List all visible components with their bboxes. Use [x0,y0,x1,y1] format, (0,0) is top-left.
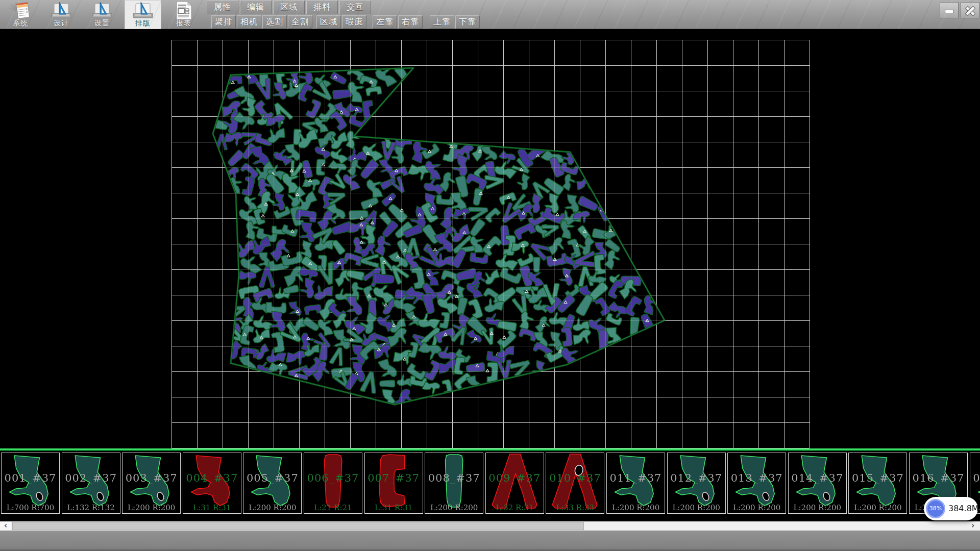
thumbnail-cell-002_#37[interactable]: 002_#37 L:132 R:132 [62,453,120,514]
piece-preview-canvas [425,453,483,512]
set-square-icon [50,1,72,20]
piece-preview-canvas [607,453,665,512]
tool-region[interactable]: 区域 [316,15,341,29]
menu-properties[interactable]: 属性 [207,1,238,14]
thumbnail-cell-013_#37[interactable]: 013_#37 L:200 R:200 [727,453,786,514]
thumbnail-cell-014_#37[interactable]: 014_#37 L:200 R:200 [788,453,847,514]
report-document-icon [173,1,195,20]
chevron-right-icon[interactable]: › [966,521,980,531]
scrollbar-thumb[interactable] [12,522,584,530]
thumbnail-cell-008_#37[interactable]: 008_#37 L:200 R:200 [425,453,483,514]
tool-align-right[interactable]: 右靠 [398,15,423,29]
memory-size-text: 384.8M [948,497,979,520]
piece-thumbnail-strip: 001_#37 L:700 R:700 002_#37 L:132 R:132 … [0,451,980,515]
piece-preview-canvas [365,453,423,512]
menu-edit[interactable]: 编辑 [240,1,272,14]
tab-nesting[interactable]: 排版 [125,0,161,29]
thumbnail-cell-015_#37[interactable]: 015_#37 L:200 R:200 [848,453,907,514]
thumbnail-cell-010_#37[interactable]: 010_#37 L:33 R:33 [546,453,604,514]
menu-row: 属性 编辑 区域 排料 交互 [207,1,371,14]
tool-align-bottom[interactable]: 下靠 [455,15,480,29]
tab-design-label: 设计 [43,19,80,28]
tab-system-label: 系统 [2,19,39,28]
minimize-button[interactable] [940,2,959,18]
tab-system[interactable]: 系统 [2,0,39,29]
tab-report[interactable]: 报表 [165,0,202,29]
thumbnail-cell-007_#37[interactable]: 007_#37 L:31 R:31 [364,453,423,514]
thumbnail-cell-005_#37[interactable]: 005_#37 L:200 R:200 [243,453,302,514]
piece-preview-canvas [122,453,180,512]
piece-preview-canvas [789,453,846,512]
tool-camera[interactable]: 相机 [237,15,261,29]
status-bar [0,531,980,551]
menu-region[interactable]: 区域 [273,1,305,14]
menu-nesting[interactable]: 排料 [306,1,338,14]
memory-usage-badge: 38% 384.8M [924,497,978,520]
strip-gap [0,515,980,521]
tab-settings[interactable]: 设置 [84,0,120,29]
thumbnail-cell-009_#37[interactable]: 009_#37 L:32 R:31 [485,453,544,514]
tab-report-label: 报表 [165,19,202,28]
tool-align-top[interactable]: 上靠 [430,15,454,29]
tab-nesting-label: 排版 [125,19,161,28]
piece-preview-canvas [668,453,725,512]
set-square-icon [132,1,154,20]
close-button[interactable] [961,2,979,18]
toolbar: 系统 设计 [0,0,980,29]
tab-settings-label: 设置 [84,19,120,28]
piece-preview-canvas [2,453,59,512]
tab-design[interactable]: 设计 [43,0,80,29]
piece-preview-canvas [304,453,362,512]
thumbnail-cell-006_#37[interactable]: 006_#37 L:21 R:21 [304,453,362,514]
strip-scrollbar[interactable]: ‹ › [0,521,980,531]
piece-preview-canvas [486,453,544,512]
thumbnail-cell-003_#37[interactable]: 003_#37 L:200 R:200 [122,453,181,514]
ribbon-tabs: 系统 设计 [2,0,202,29]
tool-cut-all[interactable]: 全割 [288,15,312,29]
tool-cluster-nest[interactable]: 聚排 [211,15,236,29]
gear-notebook-icon [9,1,32,20]
tool-defect[interactable]: 瑕疵 [342,15,366,29]
piece-preview-canvas [849,453,906,512]
piece-preview-canvas [243,453,301,512]
set-square-icon [91,1,113,20]
progress-percent-badge: 38% [926,499,945,518]
piece-preview-canvas [183,453,241,512]
piece-preview-canvas [546,453,604,512]
thumbnail-cell-004_#37[interactable]: 004_#37 L:31 R:31 [183,453,241,514]
minimize-icon [945,10,954,13]
thumbnail-cell-012_#37[interactable]: 012_#37 L:200 R:200 [667,453,726,514]
tool-select-cut[interactable]: 选割 [262,15,287,29]
tool-align-left[interactable]: 左靠 [373,15,397,29]
chevron-left-icon[interactable]: ‹ [0,521,11,531]
thumbnail-cell-001_#37[interactable]: 001_#37 L:700 R:700 [1,453,60,514]
piece-preview-canvas [62,453,120,512]
menu-interact[interactable]: 交互 [339,1,371,14]
nesting-canvas[interactable] [0,29,980,448]
tool-row: 聚排 相机 选割 全割 区域 瑕疵 左靠 右靠 上靠 下靠 [211,15,480,29]
window-controls [940,2,979,18]
piece-preview-canvas [728,453,786,512]
thumbnail-cell-011_#37[interactable]: 011_#37 L:200 R:200 [606,453,665,514]
